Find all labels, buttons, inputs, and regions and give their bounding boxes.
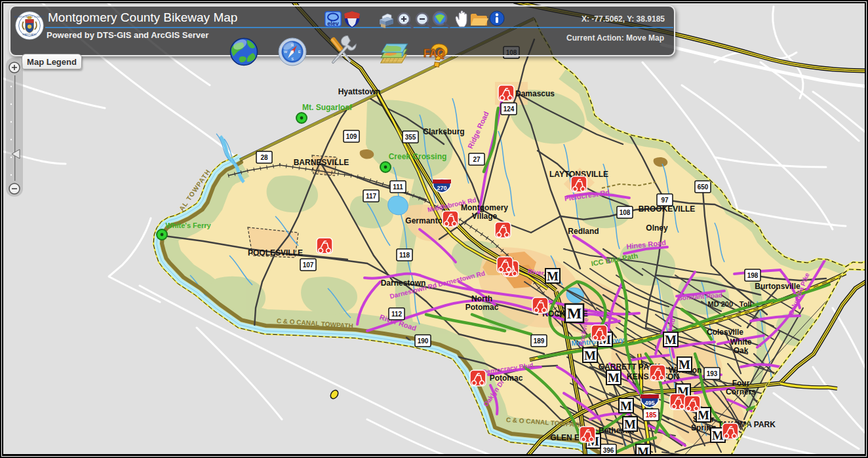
svg-text:27: 27 bbox=[473, 156, 481, 163]
svg-text:White's Ferry: White's Ferry bbox=[165, 221, 211, 229]
svg-text:Darnestown: Darnestown bbox=[381, 278, 426, 288]
svg-text:193: 193 bbox=[707, 370, 718, 377]
svg-text:M: M bbox=[679, 358, 690, 372]
svg-text:108: 108 bbox=[620, 209, 631, 216]
svg-text:Oak: Oak bbox=[734, 346, 749, 355]
svg-text:North: North bbox=[471, 294, 492, 303]
svg-text:M: M bbox=[608, 371, 620, 385]
svg-text:White: White bbox=[730, 337, 752, 347]
svg-text:495: 495 bbox=[644, 400, 654, 406]
svg-text:396: 396 bbox=[603, 447, 614, 454]
svg-text:POOLESVILLE: POOLESVILLE bbox=[248, 248, 303, 258]
svg-text:Colesville: Colesville bbox=[707, 328, 743, 337]
svg-text:650: 650 bbox=[698, 183, 709, 191]
svg-text:Potomac: Potomac bbox=[490, 373, 523, 383]
svg-text:117: 117 bbox=[366, 193, 377, 200]
svg-text:M: M bbox=[620, 399, 632, 413]
svg-text:M: M bbox=[665, 333, 677, 347]
svg-text:E: E bbox=[298, 50, 301, 54]
svg-text:Clarksburg: Clarksburg bbox=[423, 127, 464, 136]
svg-text:112: 112 bbox=[391, 311, 403, 318]
svg-text:Burtonsville: Burtonsville bbox=[755, 282, 800, 291]
svg-text:97: 97 bbox=[661, 197, 669, 204]
svg-text:Village: Village bbox=[472, 212, 498, 221]
svg-text:28: 28 bbox=[260, 154, 268, 161]
svg-text:Creek Crossing: Creek Crossing bbox=[389, 152, 447, 161]
svg-text:Olney: Olney bbox=[646, 223, 668, 233]
svg-text:355: 355 bbox=[405, 134, 416, 141]
svg-text:Montgomery: Montgomery bbox=[461, 203, 508, 212]
svg-text:S: S bbox=[291, 57, 294, 61]
svg-text:Corners: Corners bbox=[726, 387, 756, 396]
svg-text:W: W bbox=[284, 50, 288, 54]
svg-text:109: 109 bbox=[346, 133, 357, 140]
svg-text:M: M bbox=[584, 349, 596, 362]
svg-text:Redland: Redland bbox=[568, 227, 599, 236]
svg-text:118: 118 bbox=[399, 252, 410, 259]
svg-text:Damascus: Damascus bbox=[515, 89, 555, 98]
svg-text:elev: elev bbox=[327, 20, 339, 27]
svg-text:198: 198 bbox=[747, 272, 759, 279]
svg-text:MD 200 - Toll: MD 200 - Toll bbox=[707, 300, 751, 308]
svg-text:107: 107 bbox=[303, 261, 314, 269]
svg-text:185: 185 bbox=[646, 411, 657, 419]
svg-text:M: M bbox=[637, 445, 649, 454]
svg-text:MARYLAND: MARYLAND bbox=[22, 33, 37, 36]
svg-text:Four: Four bbox=[732, 379, 750, 388]
svg-text:M: M bbox=[567, 305, 582, 322]
svg-text:Hyattstown: Hyattstown bbox=[338, 87, 381, 96]
svg-text:111: 111 bbox=[393, 183, 403, 191]
svg-text:189: 189 bbox=[534, 337, 545, 345]
svg-text:BARNESVILLE: BARNESVILLE bbox=[294, 158, 349, 167]
svg-text:M: M bbox=[547, 269, 559, 283]
svg-text:FAQ: FAQ bbox=[424, 48, 445, 59]
svg-text:190: 190 bbox=[418, 337, 429, 345]
svg-text:124: 124 bbox=[503, 105, 515, 113]
svg-text:Potomac: Potomac bbox=[465, 303, 499, 312]
svg-text:M: M bbox=[624, 417, 636, 431]
svg-text:Mt. Sugarloaf: Mt. Sugarloaf bbox=[302, 103, 353, 112]
svg-text:270: 270 bbox=[437, 185, 446, 191]
